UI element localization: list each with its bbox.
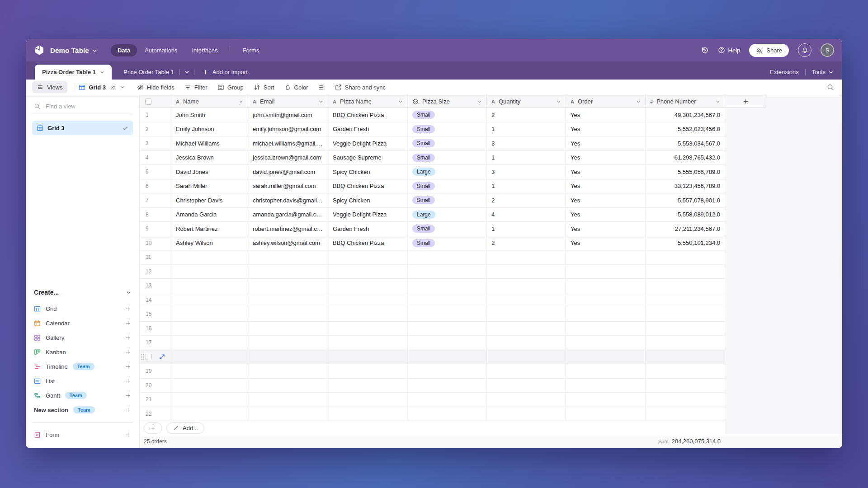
cell-empty[interactable]	[248, 250, 328, 265]
sidebar-item-list[interactable]: List	[32, 374, 133, 388]
cell-pizza-size[interactable]: Large	[408, 208, 487, 222]
cell-phone-number[interactable]: 5,553,034,567.0	[646, 136, 725, 151]
cell-empty[interactable]	[487, 307, 566, 322]
plus-icon[interactable]	[125, 364, 131, 370]
chevron-down-icon[interactable]	[398, 99, 403, 104]
add-field-button[interactable]	[725, 95, 766, 108]
cell-empty[interactable]	[566, 350, 646, 365]
tab-price-order-table[interactable]: Price Order Table 1	[118, 65, 179, 80]
cell-empty[interactable]	[328, 322, 408, 336]
hide-fields-button[interactable]: Hide fields	[133, 82, 179, 93]
cell-empty[interactable]	[248, 379, 328, 393]
cell-pizza-name[interactable]: Spicy Chicken	[328, 165, 408, 179]
cell-empty[interactable]	[487, 407, 566, 422]
plus-icon[interactable]	[125, 378, 131, 384]
cell-email[interactable]: jessica.brown@gmail.com	[248, 151, 328, 165]
cell-name[interactable]: Robert Martinez	[171, 222, 248, 236]
cell-empty[interactable]	[248, 293, 328, 308]
cell-order[interactable]: Yes	[566, 151, 646, 165]
cell-empty[interactable]	[248, 350, 328, 365]
cell-quantity[interactable]: 1	[487, 222, 566, 236]
cell-empty[interactable]	[566, 393, 646, 407]
cell-empty[interactable]	[646, 393, 725, 407]
sidebar-item-new-section[interactable]: New sectionTeam	[32, 403, 133, 417]
cell-empty[interactable]	[328, 250, 408, 265]
cell-empty[interactable]	[408, 293, 487, 308]
cell-empty[interactable]	[408, 265, 487, 279]
cell-empty[interactable]	[408, 364, 487, 379]
expand-record-icon[interactable]	[159, 354, 165, 360]
current-view-button[interactable]: Grid 3	[79, 84, 125, 91]
cell-quantity[interactable]: 2	[487, 108, 566, 122]
cell-empty[interactable]	[171, 350, 248, 365]
cell-empty[interactable]	[646, 350, 725, 365]
sidebar-view-grid-3[interactable]: Grid 3	[32, 121, 133, 135]
cell-pizza-name[interactable]: BBQ Chicken Pizza	[328, 236, 408, 251]
column-header-name[interactable]: AName	[171, 95, 248, 108]
row-number-cell[interactable]: 12	[140, 265, 171, 279]
cell-quantity[interactable]: 3	[487, 165, 566, 179]
cell-pizza-name[interactable]: Sausage Supreme	[328, 151, 408, 165]
cell-empty[interactable]	[328, 293, 408, 308]
cell-empty[interactable]	[487, 336, 566, 350]
chevron-down-icon[interactable]	[636, 99, 641, 104]
extensions-button[interactable]: Extensions	[770, 69, 799, 75]
cell-empty[interactable]	[171, 393, 248, 407]
cell-empty[interactable]	[566, 379, 646, 393]
cell-email[interactable]: christopher.davis@gmail.com	[248, 193, 328, 208]
history-icon[interactable]	[701, 46, 709, 54]
chevron-down-icon[interactable]	[184, 70, 189, 75]
drag-handle-icon[interactable]	[141, 353, 145, 361]
cell-empty[interactable]	[408, 279, 487, 293]
cell-empty[interactable]	[566, 364, 646, 379]
cell-name[interactable]: Sarah Miller	[171, 179, 248, 194]
cell-empty[interactable]	[566, 250, 646, 265]
row-number-cell[interactable]: 9	[140, 222, 171, 236]
find-view-input[interactable]	[45, 103, 131, 110]
plus-icon[interactable]	[125, 407, 131, 413]
cell-email[interactable]: amanda.garcia@gmail.com	[248, 208, 328, 222]
row-number-cell[interactable]: 11	[140, 250, 171, 265]
select-all-checkbox[interactable]	[145, 99, 151, 105]
cell-empty[interactable]	[408, 393, 487, 407]
cell-email[interactable]: emily.johnson@gmail.com	[248, 122, 328, 137]
row-number-cell[interactable]: 15	[140, 307, 171, 322]
cell-empty[interactable]	[487, 322, 566, 336]
cell-empty[interactable]	[566, 265, 646, 279]
cell-empty[interactable]	[646, 407, 725, 422]
row-number-cell[interactable]: 20	[140, 379, 171, 393]
cell-empty[interactable]	[487, 265, 566, 279]
cell-empty[interactable]	[566, 322, 646, 336]
row-number-cell[interactable]: 6	[140, 179, 171, 194]
cell-email[interactable]: sarah.miller@gmail.com	[248, 179, 328, 194]
plus-icon[interactable]	[125, 306, 131, 312]
sort-button[interactable]: Sort	[250, 82, 278, 93]
group-button[interactable]: Group	[213, 82, 248, 93]
cell-order[interactable]: Yes	[566, 108, 646, 122]
cell-empty[interactable]	[566, 293, 646, 308]
cell-name[interactable]: Ashley Wilson	[171, 236, 248, 251]
chevron-down-icon[interactable]	[716, 99, 720, 104]
cell-empty[interactable]	[408, 250, 487, 265]
cell-order[interactable]: Yes	[566, 208, 646, 222]
add-record-button[interactable]	[144, 422, 162, 434]
cell-empty[interactable]	[566, 407, 646, 422]
cell-empty[interactable]	[328, 379, 408, 393]
nav-data[interactable]: Data	[111, 44, 137, 56]
column-header-phone-number[interactable]: #Phone Number	[646, 95, 725, 108]
cell-phone-number[interactable]: 49,301,234,567.0	[646, 108, 725, 122]
cell-pizza-name[interactable]: Garden Fresh	[328, 222, 408, 236]
cell-order[interactable]: Yes	[566, 236, 646, 251]
sidebar-item-timeline[interactable]: TimelineTeam	[32, 359, 133, 374]
cell-pizza-size[interactable]: Small	[408, 136, 487, 151]
app-logo-icon[interactable]	[34, 45, 45, 56]
cell-quantity[interactable]: 2	[487, 236, 566, 251]
cell-pizza-name[interactable]: BBQ Chicken Pizza	[328, 108, 408, 122]
cell-order[interactable]: Yes	[566, 136, 646, 151]
cell-name[interactable]: Emily Johnson	[171, 122, 248, 137]
workspace-title[interactable]: Demo Table	[50, 47, 89, 54]
plus-icon[interactable]	[125, 393, 131, 399]
cell-empty[interactable]	[248, 364, 328, 379]
sidebar-item-calendar[interactable]: Calendar	[32, 316, 133, 330]
sidebar-item-form[interactable]: Form	[32, 427, 133, 442]
